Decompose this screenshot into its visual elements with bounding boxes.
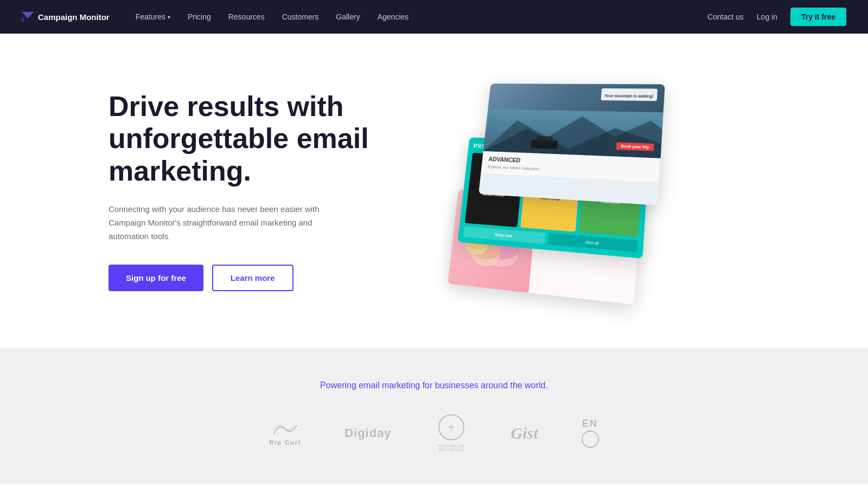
nav-login[interactable]: Log in: [757, 12, 777, 21]
card-tagline: Your mountain is waiting!: [604, 94, 654, 98]
svg-marker-0: [22, 12, 34, 17]
gist-text: Gist: [511, 424, 538, 442]
hero-content: Drive results with unforgettable email m…: [108, 91, 369, 292]
try-free-button[interactable]: Try it free: [790, 8, 846, 26]
nav-resources[interactable]: Resources: [228, 12, 265, 21]
brand-logo[interactable]: Campaign Monitor: [22, 12, 110, 22]
logo-digiday: Digiday: [344, 426, 391, 440]
logo-ripcurl: Rip Curl: [269, 421, 301, 446]
learn-more-button[interactable]: Learn more: [212, 265, 293, 291]
mountain-illustration: [483, 109, 663, 158]
svg-rect-2: [22, 17, 24, 22]
email-stack: Your mountain is waiting! Book your trip…: [448, 91, 687, 310]
logos-tagline: Powering email marketing for businesses …: [22, 381, 846, 390]
nav-right: Contact us Log in Try it free: [707, 8, 846, 26]
email-card-mountain: Your mountain is waiting! Book your trip…: [478, 84, 665, 206]
hero-title: Drive results with unforgettable email m…: [108, 91, 369, 188]
logos-row: Rip Curl Digiday + AUSTRALIAN RED CROSS …: [22, 414, 846, 452]
chevron-down-icon: ▾: [168, 14, 170, 20]
hero-section: Drive results with unforgettable email m…: [0, 34, 868, 348]
hero-buttons: Sign up for free Learn more: [108, 265, 369, 291]
nav-contact[interactable]: Contact us: [707, 12, 744, 21]
card-header: Your mountain is waiting! Book your trip: [483, 84, 665, 158]
redcross-plus-icon: +: [448, 421, 455, 434]
nav-customers[interactable]: Customers: [282, 12, 319, 21]
ripcurl-text: Rip Curl: [269, 439, 301, 446]
hero-visual: Your mountain is waiting! Book your trip…: [369, 66, 760, 316]
svg-rect-7: [537, 136, 553, 143]
hero-subtitle: Connecting with your audience has never …: [108, 203, 347, 243]
logo-en: EN: [582, 418, 599, 448]
en-circle-icon: [582, 431, 599, 448]
en-text: EN: [582, 418, 598, 429]
nav-links: Features ▾ Pricing Resources Customers G…: [136, 12, 707, 21]
logo-icon: [22, 12, 34, 22]
redcross-circle: +: [438, 414, 464, 440]
signup-button[interactable]: Sign up for free: [108, 265, 203, 291]
logo-gist: Gist: [511, 424, 538, 442]
redcross-label: AUSTRALIAN RED CROSS: [435, 444, 468, 452]
nav-features[interactable]: Features ▾: [136, 12, 170, 21]
nav-gallery[interactable]: Gallery: [336, 12, 360, 21]
brand-name: Campaign Monitor: [38, 12, 110, 22]
card-cta: Book your trip: [616, 142, 654, 151]
logo-redcross: + AUSTRALIAN RED CROSS: [435, 414, 468, 452]
nav-pricing[interactable]: Pricing: [188, 12, 211, 21]
logos-section: Powering email marketing for businesses …: [0, 348, 868, 484]
digiday-text: Digiday: [344, 426, 391, 440]
nav-agencies[interactable]: Agencies: [378, 12, 409, 21]
navbar: Campaign Monitor Features ▾ Pricing Reso…: [0, 0, 868, 34]
ripcurl-wave-icon: [272, 421, 299, 437]
